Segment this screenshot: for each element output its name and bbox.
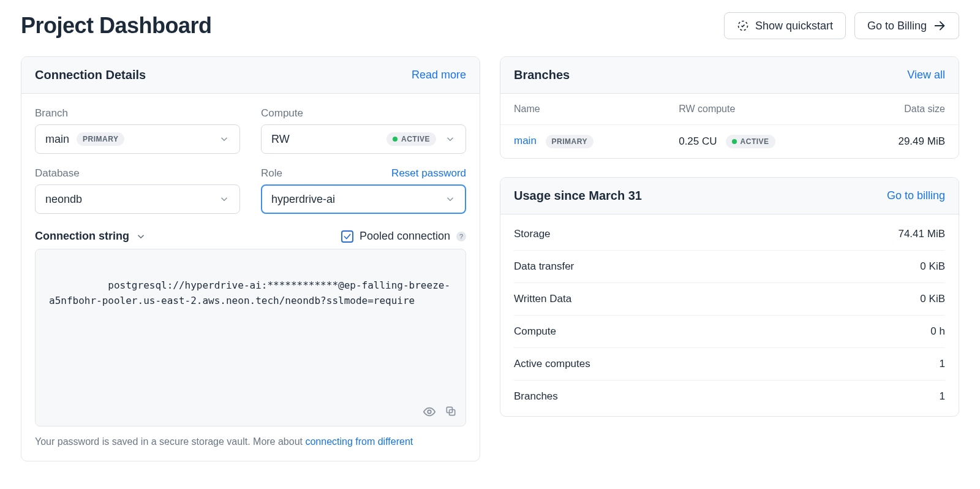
arrow-right-icon <box>933 19 946 32</box>
usage-label: Branches <box>514 390 558 403</box>
compute-select[interactable]: RW ACTIVE <box>261 124 466 154</box>
list-item: Storage 74.41 MiB <box>514 218 945 251</box>
show-quickstart-button[interactable]: Show quickstart <box>724 12 846 39</box>
connecting-link[interactable]: connecting from different <box>305 436 413 447</box>
usage-value: 74.41 MiB <box>898 228 945 240</box>
usage-label: Storage <box>514 228 551 240</box>
col-compute: RW compute <box>679 104 843 115</box>
branches-card: Branches View all Name RW compute Data s… <box>500 56 959 159</box>
connection-details-title: Connection Details <box>35 68 146 82</box>
active-badge: ACTIVE <box>726 135 775 148</box>
role-select[interactable]: hyperdrive-ai <box>261 184 466 214</box>
usage-value: 1 <box>940 358 945 370</box>
branches-title: Branches <box>514 68 570 82</box>
read-more-link[interactable]: Read more <box>412 69 466 82</box>
help-icon[interactable]: ? <box>456 232 466 241</box>
page-title: Project Dashboard <box>21 13 212 39</box>
chevron-down-icon <box>445 194 456 205</box>
connection-string-dropdown[interactable]: Connection string <box>35 230 146 243</box>
copy-button[interactable] <box>445 405 457 419</box>
list-item: Branches 1 <box>514 381 945 412</box>
chevron-down-icon <box>135 231 146 242</box>
quickstart-label: Show quickstart <box>755 20 833 32</box>
list-item: Written Data 0 KiB <box>514 283 945 316</box>
usage-value: 1 <box>940 390 945 403</box>
reset-password-link[interactable]: Reset password <box>391 167 466 180</box>
status-dot-icon <box>393 137 398 142</box>
billing-label: Go to Billing <box>867 20 927 32</box>
database-value: neondb <box>45 193 82 206</box>
branch-label: Branch <box>35 107 68 119</box>
primary-badge: PRIMARY <box>546 135 594 148</box>
col-name: Name <box>514 104 679 115</box>
database-select[interactable]: neondb <box>35 184 240 214</box>
database-label: Database <box>35 167 80 180</box>
password-footnote: Your password is saved in a secure stora… <box>35 436 466 447</box>
go-to-billing-button[interactable]: Go to Billing <box>854 12 959 39</box>
branch-value: main <box>45 133 69 146</box>
view-all-link[interactable]: View all <box>907 69 945 82</box>
list-item: Data transfer 0 KiB <box>514 251 945 283</box>
quickstart-icon <box>737 20 749 32</box>
usage-value: 0 KiB <box>920 260 945 273</box>
primary-badge: PRIMARY <box>77 132 124 146</box>
usage-title: Usage since March 31 <box>514 189 642 203</box>
usage-card: Usage since March 31 Go to billing Stora… <box>500 177 959 417</box>
active-badge: ACTIVE <box>386 132 436 146</box>
usage-value: 0 h <box>930 325 945 338</box>
compute-value: RW <box>271 133 290 146</box>
pooled-label: Pooled connection <box>360 230 450 243</box>
list-item: Compute 0 h <box>514 316 945 348</box>
compute-value: 0.25 CU <box>679 135 717 148</box>
reveal-password-button[interactable] <box>423 405 436 419</box>
svg-point-2 <box>428 410 431 414</box>
role-label: Role <box>261 167 282 180</box>
usage-value: 0 KiB <box>920 293 945 305</box>
chevron-down-icon <box>219 194 230 205</box>
table-row: main PRIMARY 0.25 CU ACTIVE 29.49 MiB <box>500 125 959 158</box>
connection-string-box: postgresql://hyperdrive-ai:************@… <box>35 249 466 426</box>
connection-details-card: Connection Details Read more Branch main… <box>21 56 480 461</box>
usage-label: Compute <box>514 325 556 338</box>
chevron-down-icon <box>219 134 230 145</box>
usage-label: Data transfer <box>514 260 574 273</box>
usage-label: Written Data <box>514 293 571 305</box>
data-size: 29.49 MiB <box>843 135 945 148</box>
chevron-down-icon <box>445 134 456 145</box>
compute-label: Compute <box>261 107 303 119</box>
role-value: hyperdrive-ai <box>271 193 335 206</box>
branch-select[interactable]: main PRIMARY <box>35 124 240 154</box>
usage-label: Active computes <box>514 358 590 370</box>
go-to-billing-link[interactable]: Go to billing <box>887 189 945 202</box>
status-dot-icon <box>732 139 737 144</box>
pooled-connection-checkbox[interactable] <box>341 230 353 243</box>
list-item: Active computes 1 <box>514 348 945 381</box>
connection-string-text: postgresql://hyperdrive-ai:************@… <box>49 279 450 307</box>
col-size: Data size <box>843 104 945 115</box>
branch-link[interactable]: main <box>514 135 537 146</box>
